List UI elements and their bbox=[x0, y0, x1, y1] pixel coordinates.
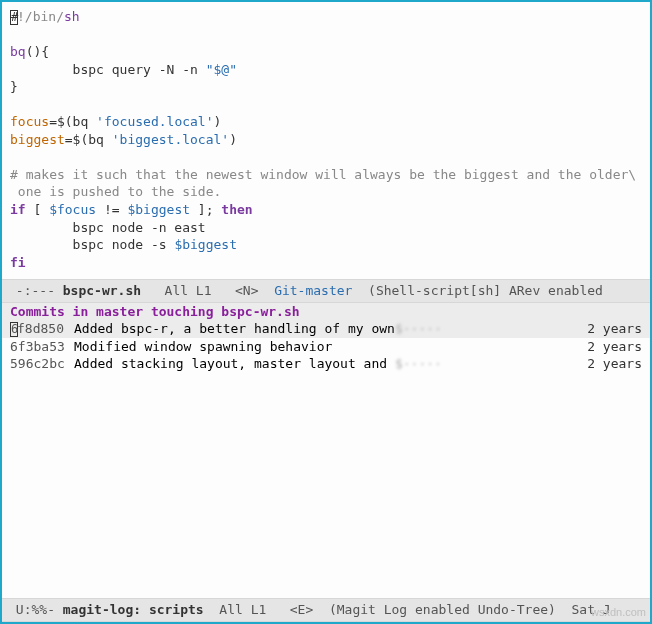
commit-truncated-icon: $····· bbox=[395, 321, 442, 336]
commit-row[interactable]: 596c2bc Added stacking layout, master la… bbox=[2, 355, 650, 373]
modeline-vc: Git-master bbox=[258, 283, 352, 298]
modeline-top[interactable]: -:--- bspc-wr.sh All L1 <N> Git-master (… bbox=[2, 279, 650, 303]
commit-message-text: Added bspc-r, a better handling of my ow… bbox=[74, 321, 395, 336]
commit-hash: 596c2bc bbox=[10, 355, 74, 373]
modeline-mode-ind: <N> bbox=[235, 283, 258, 298]
commit-hash-text: f8d850 bbox=[17, 321, 64, 336]
then-keyword: then bbox=[221, 202, 252, 217]
commit-message-text: Added stacking layout, master layout and bbox=[74, 356, 395, 371]
commit-message: Modified window spawning behavior bbox=[74, 338, 579, 356]
commits-header: Commits in master touching bspc-wr.sh bbox=[2, 303, 650, 321]
modeline-mode-ind: <E> bbox=[290, 602, 313, 617]
assign2-close: ) bbox=[229, 132, 237, 147]
if-close: ]; bbox=[190, 202, 221, 217]
fi-keyword: fi bbox=[10, 255, 26, 270]
commit-message-text: Modified window spawning behavior bbox=[74, 339, 332, 354]
assign1-open: =$(bq bbox=[49, 114, 96, 129]
empty-area bbox=[2, 373, 650, 599]
modeline-modes: (Shell-script[sh] ARev enabled bbox=[352, 283, 602, 298]
modeline-modes: (Magit Log enabled Undo-Tree) Sat J bbox=[313, 602, 610, 617]
if-open: [ bbox=[26, 202, 49, 217]
commit-row[interactable]: 6f3ba53 Modified window spawning behavio… bbox=[2, 338, 650, 356]
modeline-pos: All L1 bbox=[204, 602, 290, 617]
magit-log-buffer[interactable]: Commits in master touching bspc-wr.sh 6f… bbox=[2, 303, 650, 622]
commit-hash: 6f8d850 bbox=[10, 320, 74, 338]
modeline-filename: magit-log: scripts bbox=[63, 602, 204, 617]
commit-message: Added bspc-r, a better handling of my ow… bbox=[74, 320, 579, 338]
modeline-status: U:%%- bbox=[8, 602, 63, 617]
assign1-str: 'focused.local' bbox=[96, 114, 213, 129]
commit-truncated-icon: $····· bbox=[395, 356, 442, 371]
commit-message: Added stacking layout, master layout and… bbox=[74, 355, 579, 373]
func-name: bq bbox=[10, 44, 26, 59]
func-close: } bbox=[10, 79, 18, 94]
if-var1: $focus bbox=[49, 202, 96, 217]
assign2-open: =$(bq bbox=[65, 132, 112, 147]
watermark: wsxdn.com bbox=[591, 605, 646, 620]
comment-line-2: one is pushed to the side. bbox=[10, 184, 221, 199]
assign2-str: 'biggest.local' bbox=[112, 132, 229, 147]
if-var2: $biggest bbox=[127, 202, 190, 217]
assign1-lhs: focus bbox=[10, 114, 49, 129]
assign2-lhs: biggest bbox=[10, 132, 65, 147]
commit-row[interactable]: 6f8d850 Added bspc-r, a better handling … bbox=[2, 320, 650, 338]
comment-line-1: # makes it such that the newest window w… bbox=[10, 167, 636, 182]
commit-age: 2 years bbox=[579, 320, 642, 338]
commit-hash: 6f3ba53 bbox=[10, 338, 74, 356]
func-body-str: "$@" bbox=[206, 62, 237, 77]
modeline-filename: bspc-wr.sh bbox=[63, 283, 141, 298]
if-body-1: bspc node -n east bbox=[10, 220, 206, 235]
shebang-prefix: !/bin/ bbox=[17, 9, 64, 24]
commit-age: 2 years bbox=[579, 338, 642, 356]
modeline-status: -:--- bbox=[8, 283, 63, 298]
assign1-close: ) bbox=[214, 114, 222, 129]
if-body-2-pre: bspc node -s bbox=[10, 237, 174, 252]
if-body-2-var: $biggest bbox=[174, 237, 237, 252]
if-mid: != bbox=[96, 202, 127, 217]
commit-age: 2 years bbox=[579, 355, 642, 373]
emacs-frame: #!/bin/sh bq(){ bspc query -N -n "$@" } … bbox=[0, 0, 652, 624]
modeline-pos: All L1 bbox=[141, 283, 235, 298]
editor-buffer[interactable]: #!/bin/sh bq(){ bspc query -N -n "$@" } … bbox=[2, 2, 650, 279]
func-open: (){ bbox=[26, 44, 49, 59]
if-keyword: if bbox=[10, 202, 26, 217]
shebang-sh: sh bbox=[64, 9, 80, 24]
func-body-indent: bspc query -N -n bbox=[10, 62, 206, 77]
modeline-bottom[interactable]: U:%%- magit-log: scripts All L1 <E> (Mag… bbox=[2, 598, 650, 622]
